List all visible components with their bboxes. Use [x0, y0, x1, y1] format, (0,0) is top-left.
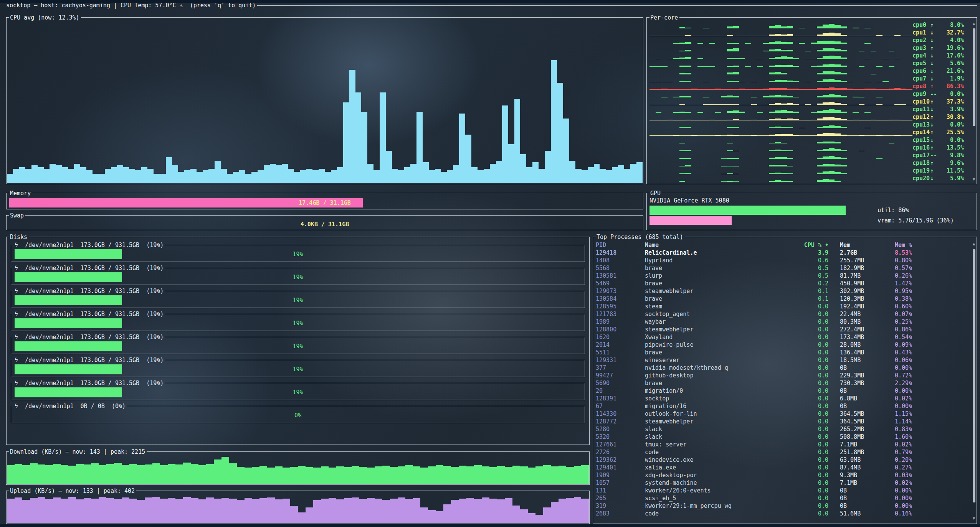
column-header-cpu-[interactable]: CPU % • [795, 241, 828, 249]
download-chart [7, 455, 589, 484]
chart-bar [811, 112, 817, 113]
column-header-mem[interactable]: Mem [828, 241, 883, 249]
core-label: cpu7↓1.9% [912, 75, 970, 82]
process-pid: 129073 [596, 287, 645, 295]
chart-bar [697, 112, 704, 113]
column-header-name[interactable]: Name [645, 241, 795, 249]
process-cpu: 0.0 [795, 502, 828, 510]
chart-bar [889, 36, 895, 36]
process-mem: 7.1MB [828, 441, 883, 448]
column-header-mem-[interactable]: Mem % [883, 241, 945, 249]
process-cpu: 0.1 [795, 295, 828, 303]
core-row: cpu14↑25.5% [649, 128, 970, 136]
chart-bar [471, 167, 478, 183]
chart-bar [751, 120, 757, 120]
process-mem: 508.8MB [828, 433, 883, 441]
core-sparkline [649, 83, 912, 90]
chart-bar [298, 466, 306, 484]
chart-bar [847, 82, 853, 82]
chart-bar [727, 150, 733, 151]
chart-bar [781, 65, 787, 67]
chart-bar [727, 143, 733, 143]
chart-bar [769, 181, 775, 182]
chart-bar [709, 104, 716, 105]
process-row: 128595steam0.0192.4MB0.60% [596, 303, 972, 310]
core-row: cpu8↑86.3% [649, 82, 970, 90]
core-usage-value: 32.7% [938, 29, 964, 36]
chart-bar [799, 120, 805, 120]
core-trend-icon: ↓ [930, 136, 938, 144]
chart-bar [775, 49, 781, 51]
chart-bar [751, 135, 757, 136]
processes-scroll-down-icon[interactable]: ▼ [972, 516, 976, 521]
process-row: 127661tmux: server0.07.1MB0.02% [596, 441, 972, 448]
chart-bar [811, 105, 817, 105]
core-name: cpu11 [912, 105, 930, 113]
chart-bar [835, 126, 841, 128]
process-mem: 6.8MB [828, 395, 883, 402]
chart-bar [697, 66, 704, 67]
chart-bar [543, 507, 551, 523]
chart-bar [745, 135, 751, 136]
chart-bar [859, 104, 865, 105]
chart-bar [853, 112, 859, 113]
chart-bar [122, 465, 129, 484]
processes-scroll-up-icon[interactable]: ▲ [972, 242, 976, 246]
chart-bar [661, 120, 668, 120]
chart-bar [733, 81, 739, 82]
chart-bar [733, 96, 739, 97]
chart-bar [160, 465, 168, 484]
core-usage-value: 5.6% [938, 59, 964, 67]
chart-bar [769, 127, 775, 128]
chart-bar [375, 499, 382, 523]
chart-bar [685, 127, 691, 128]
chart-bar [709, 120, 716, 120]
column-header-pid[interactable]: PID [596, 241, 645, 249]
chart-bar [453, 165, 459, 183]
process-mem-pct: 0.38% [883, 295, 945, 303]
chart-bar [166, 157, 172, 183]
disk-gauge: 19% [15, 341, 581, 351]
chart-bar [787, 173, 793, 174]
core-name: cpu20 [912, 175, 930, 182]
chart-bar [618, 165, 624, 183]
core-name: cpu8 [912, 82, 930, 90]
chart-bar [685, 173, 691, 174]
chart-bar [787, 166, 793, 166]
core-trend-icon: ↑ [930, 167, 938, 175]
process-row: 265scsi_eh_50.00B0.00% [596, 494, 972, 502]
per-core-scroll-down-icon[interactable]: ▼ [972, 177, 976, 182]
process-name: migration/0 [645, 387, 795, 395]
processes-scrollbar-thumb[interactable] [973, 249, 975, 502]
chart-bar [715, 89, 721, 90]
chart-bar [600, 169, 606, 183]
chart-bar [871, 120, 877, 120]
chart-bar [206, 497, 214, 524]
process-mem: 87.4MB [828, 464, 883, 471]
chart-bar [7, 465, 15, 484]
chart-bar [53, 464, 61, 484]
process-mem-pct: 0.80% [883, 257, 945, 264]
chart-bar [901, 36, 907, 36]
chart-bar [697, 43, 704, 44]
chart-bar [823, 102, 829, 105]
chart-bar [829, 164, 835, 166]
swap-gauge-label: 4.0KB / 31.1GB [9, 220, 640, 229]
chart-bar [25, 169, 31, 183]
chart-bar [841, 50, 847, 51]
per-core-scroll-up-icon[interactable]: ▲ [972, 21, 976, 26]
chart-bar [649, 135, 656, 136]
core-name: cpu5 [912, 59, 930, 67]
per-core-scrollbar-thumb[interactable] [973, 28, 975, 126]
chart-bar [38, 167, 44, 183]
chart-bar [697, 89, 704, 90]
chart-bar [733, 181, 739, 182]
chart-bar [679, 127, 686, 128]
chart-bar [871, 89, 877, 90]
chart-bar [709, 43, 716, 44]
per-core-rows: cpu0↑8.0%cpu1↓32.7%cpu2↓4.0%cpu3↑19.6%cp… [649, 21, 970, 182]
chart-bar [76, 499, 84, 523]
chart-bar [649, 82, 656, 82]
process-mem: 364.5MB [828, 410, 883, 418]
chart-bar [7, 174, 13, 183]
